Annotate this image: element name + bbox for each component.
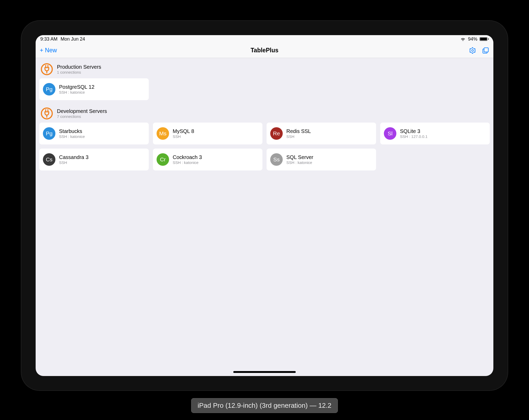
connection-subtitle: SSH xyxy=(59,160,88,165)
connection-name: Cockroach 3 xyxy=(173,154,202,160)
device-frame: 9:33 AM Mon Jun 24 94% + New TablePlus xyxy=(21,21,508,390)
status-time: 9:33 AM xyxy=(40,36,57,42)
connection-card[interactable]: Ss SQL Server SSH : katonice xyxy=(267,149,376,170)
db-badge-icon: Cr xyxy=(157,153,169,166)
db-badge-icon: Re xyxy=(270,127,283,140)
svg-point-0 xyxy=(472,49,474,51)
plug-icon xyxy=(40,63,53,76)
connection-card[interactable]: Cr Cockroach 3 SSH : katonice xyxy=(153,149,262,170)
connection-subtitle: SSH xyxy=(286,134,311,139)
plug-icon xyxy=(40,107,53,120)
connection-subtitle: SSH : katonice xyxy=(286,160,313,165)
group-cards-development: Pg Starbucks SSH : katonice Ms MySQL 8 S… xyxy=(39,122,490,175)
db-badge-icon: Pg xyxy=(43,127,55,140)
connection-name: PostgreSQL 12 xyxy=(59,84,94,90)
screen: 9:33 AM Mon Jun 24 94% + New TablePlus xyxy=(36,35,493,376)
group-subtitle: 1 connections xyxy=(57,70,101,74)
connection-subtitle: SSH : katonice xyxy=(59,90,94,94)
db-badge-icon: Ms xyxy=(157,127,169,140)
new-button[interactable]: + New xyxy=(40,47,57,54)
nav-title: TablePlus xyxy=(251,47,279,54)
windows-icon[interactable] xyxy=(482,47,489,54)
connection-name: Starbucks xyxy=(59,128,85,134)
connection-name: Cassandra 3 xyxy=(59,154,88,160)
db-badge-icon: Cs xyxy=(43,153,55,166)
navigation-bar: + New TablePlus xyxy=(36,43,493,58)
connection-name: SQLite 3 xyxy=(400,128,428,134)
group-subtitle: 7 connections xyxy=(57,114,107,119)
db-badge-icon: Pg xyxy=(43,83,55,96)
content-area: Production Servers 1 connections Pg Post… xyxy=(36,58,493,376)
battery-icon xyxy=(480,37,489,41)
connection-card[interactable]: Cs Cassandra 3 SSH xyxy=(39,149,149,170)
group-title: Development Servers xyxy=(57,108,107,114)
connection-name: MySQL 8 xyxy=(173,128,194,134)
connection-card[interactable]: Ms MySQL 8 SSH xyxy=(153,123,262,144)
db-badge-icon: Ss xyxy=(270,153,283,166)
connection-card[interactable]: Pg Starbucks SSH : katonice xyxy=(39,123,149,144)
connection-card[interactable]: Sl SQLite 3 SSH : 127.0.0.1 xyxy=(380,123,490,144)
group-header-production[interactable]: Production Servers 1 connections xyxy=(39,61,490,77)
svg-rect-1 xyxy=(484,48,488,52)
connection-card[interactable]: Pg PostgreSQL 12 SSH : katonice xyxy=(39,78,149,100)
simulator-caption: iPad Pro (12.9-inch) (3rd generation) — … xyxy=(191,398,338,413)
group-title: Production Servers xyxy=(57,64,101,70)
group-header-development[interactable]: Development Servers 7 connections xyxy=(39,105,490,122)
connection-subtitle: SSH : katonice xyxy=(59,134,85,139)
status-bar: 9:33 AM Mon Jun 24 94% xyxy=(36,35,493,43)
home-indicator xyxy=(233,371,296,373)
group-cards-production: Pg PostgreSQL 12 SSH : katonice xyxy=(39,77,490,105)
connection-name: Redis SSL xyxy=(286,128,311,134)
connection-subtitle: SSH xyxy=(173,134,194,139)
connection-card[interactable]: Re Redis SSL SSH xyxy=(267,123,376,144)
connection-subtitle: SSH : 127.0.0.1 xyxy=(400,134,428,139)
battery-percent-label: 94% xyxy=(468,36,477,42)
wifi-icon xyxy=(460,36,466,42)
gear-icon[interactable] xyxy=(469,47,476,54)
status-date: Mon Jun 24 xyxy=(61,36,85,42)
connection-subtitle: SSH : katonice xyxy=(173,160,202,165)
db-badge-icon: Sl xyxy=(384,127,396,140)
connection-name: SQL Server xyxy=(286,154,313,160)
